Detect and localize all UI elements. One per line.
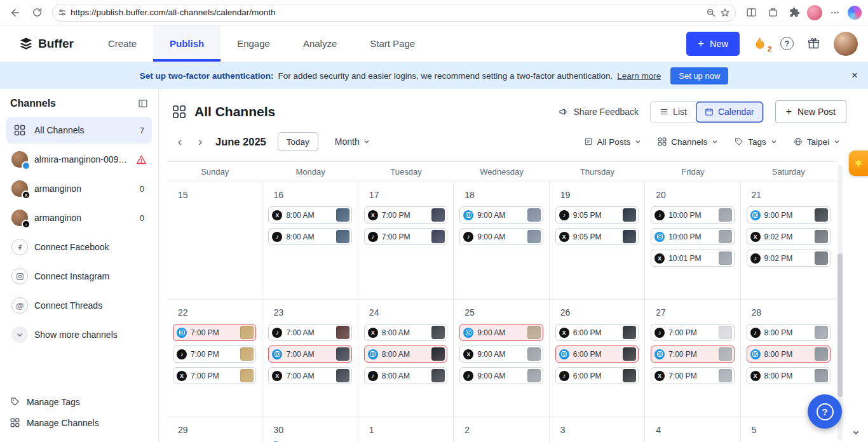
- sidebar-item-armanginon[interactable]: ♪armanginon0: [6, 204, 152, 231]
- sidebar-item-connect-threads[interactable]: @Connect Threads: [6, 292, 152, 319]
- sidebar-item-connect-instagram[interactable]: Connect Instagram: [6, 263, 152, 290]
- calendar-day-cell[interactable]: 3: [550, 417, 645, 442]
- sidebar-item-all-channels[interactable]: All Channels7: [6, 117, 152, 144]
- learn-more-link[interactable]: Learn more: [617, 71, 661, 81]
- post-pill[interactable]: X7:00 PM: [651, 367, 734, 384]
- sidebar-item-show-more-channels[interactable]: Show more channels: [6, 321, 152, 348]
- calendar-day-cell[interactable]: 30: [262, 417, 358, 442]
- sidebar-item-armanginon[interactable]: Xarmanginon0: [6, 175, 152, 202]
- calendar-day-cell[interactable]: 2: [454, 417, 549, 442]
- extensions-icon[interactable]: [785, 4, 803, 22]
- post-pill[interactable]: X10:01 PM: [651, 250, 734, 267]
- post-pill[interactable]: X9:00 AM: [459, 345, 543, 363]
- calendar-day-cell[interactable]: 219:00 PMX9:02 PM♪9:02 PM: [741, 182, 836, 299]
- filter-channels[interactable]: Channels: [658, 137, 718, 147]
- post-pill[interactable]: ♪8:00 AM: [364, 367, 447, 384]
- calendar-day-cell[interactable]: 15: [167, 182, 262, 299]
- address-bar[interactable]: https://publish.buffer.com/all-channels/…: [52, 4, 736, 22]
- post-pill[interactable]: 7:00 PM: [173, 324, 256, 341]
- collapse-sidebar-icon[interactable]: [138, 98, 148, 109]
- user-avatar[interactable]: [834, 32, 858, 56]
- view-mode-dropdown[interactable]: Month: [335, 137, 370, 147]
- manage-tags-button[interactable]: Manage Tags: [10, 391, 148, 412]
- calendar-day-cell[interactable]: 26X6:00 PM6:00 PM♪6:00 PM: [550, 300, 645, 417]
- streak-flame-icon[interactable]: 2: [753, 37, 767, 51]
- post-pill[interactable]: 8:00 AM: [364, 345, 447, 363]
- list-view-button[interactable]: List: [651, 102, 696, 123]
- tab-create[interactable]: Create: [92, 25, 153, 62]
- timezone-dropdown[interactable]: Taipei: [794, 137, 840, 147]
- browser-profile-avatar[interactable]: [807, 5, 822, 20]
- today-button[interactable]: Today: [278, 132, 318, 151]
- post-pill[interactable]: X9:05 PM: [555, 228, 639, 245]
- new-post-button[interactable]: + New Post: [775, 100, 846, 123]
- back-icon[interactable]: [6, 4, 24, 22]
- zoom-icon[interactable]: [706, 8, 716, 18]
- filter-tags[interactable]: Tags: [735, 137, 777, 147]
- post-pill[interactable]: ♪9:02 PM: [747, 250, 831, 267]
- post-pill[interactable]: ♪9:00 AM: [459, 228, 543, 245]
- calendar-day-cell[interactable]: 227:00 PM♪7:00 PMX7:00 PM: [167, 300, 262, 417]
- close-banner-icon[interactable]: ×: [851, 69, 858, 82]
- prev-month-button[interactable]: ‹: [172, 134, 187, 149]
- post-pill[interactable]: X6:00 PM: [555, 324, 639, 341]
- calendar-day-cell[interactable]: 17X7:00 PM♪7:00 PM: [358, 182, 454, 299]
- tab-engage[interactable]: Engage: [220, 25, 287, 62]
- calendar-day-cell[interactable]: 20♪10:00 PM10:00 PMX10:01 PM: [645, 182, 740, 299]
- post-pill[interactable]: 6:00 PM: [555, 345, 639, 363]
- post-pill[interactable]: 7:00 AM: [268, 345, 351, 363]
- more-menu-icon[interactable]: [826, 4, 844, 22]
- tab-start-page[interactable]: Start Page: [353, 25, 431, 62]
- site-info-icon[interactable]: [58, 8, 67, 17]
- tab-publish[interactable]: Publish: [153, 25, 220, 62]
- post-pill[interactable]: X8:00 PM: [747, 367, 831, 384]
- calendar-day-cell[interactable]: 24X8:00 AM8:00 AM♪8:00 AM: [358, 300, 454, 417]
- post-pill[interactable]: ♪9:05 PM: [555, 206, 639, 224]
- post-pill[interactable]: ♪7:00 PM: [651, 324, 734, 341]
- post-pill[interactable]: 8:00 PM: [747, 345, 831, 363]
- scrollbar-thumb[interactable]: [837, 253, 843, 397]
- post-pill[interactable]: ♪8:00 AM: [268, 228, 351, 245]
- calendar-view-button[interactable]: Calendar: [696, 102, 763, 123]
- calendar-day-cell[interactable]: 189:00 AM♪9:00 AM: [454, 182, 549, 299]
- post-pill[interactable]: 9:00 AM: [459, 206, 543, 224]
- collections-icon[interactable]: [764, 4, 782, 22]
- sidebar-item-almira-manginon-009634[interactable]: almira-manginon-009634: [6, 146, 152, 173]
- calendar-scrollbar[interactable]: [837, 165, 843, 441]
- screen-capture-extension-badge[interactable]: [849, 151, 868, 176]
- share-feedback-button[interactable]: Share Feedback: [559, 107, 639, 117]
- manage-channels-button[interactable]: Manage Channels: [10, 412, 148, 433]
- calendar-day-cell[interactable]: 4: [645, 417, 740, 442]
- setup-now-button[interactable]: Set up now: [670, 67, 728, 84]
- calendar-day-cell[interactable]: 23♪7:00 AM7:00 AMX7:00 AM: [262, 300, 358, 417]
- calendar-day-cell[interactable]: 19♪9:05 PMX9:05 PM: [550, 182, 645, 299]
- copilot-icon[interactable]: [848, 6, 862, 20]
- new-button[interactable]: + New: [686, 32, 740, 56]
- post-pill[interactable]: X9:02 PM: [747, 228, 831, 245]
- post-pill[interactable]: ♪10:00 PM: [651, 206, 734, 224]
- post-pill[interactable]: X8:00 AM: [268, 206, 351, 224]
- sidebar-item-connect-facebook[interactable]: Connect Facebook: [6, 234, 152, 260]
- post-pill[interactable]: 9:00 AM: [459, 324, 543, 341]
- post-pill[interactable]: ♪7:00 AM: [268, 324, 351, 341]
- post-pill[interactable]: 7:00 PM: [651, 345, 734, 363]
- scroll-down-button[interactable]: [848, 425, 864, 439]
- post-pill[interactable]: ♪8:00 PM: [747, 324, 831, 341]
- calendar-day-cell[interactable]: 16X8:00 AM♪8:00 AM: [262, 182, 358, 299]
- help-icon[interactable]: ?: [780, 37, 794, 50]
- tab-analyze[interactable]: Analyze: [287, 25, 353, 62]
- filter-all-posts[interactable]: All Posts: [584, 137, 642, 147]
- gift-icon[interactable]: [807, 37, 820, 50]
- calendar-day-cell[interactable]: 27♪7:00 PM7:00 PMX7:00 PM: [645, 300, 740, 417]
- favorite-star-icon[interactable]: [720, 8, 730, 18]
- post-pill[interactable]: X7:00 PM: [173, 367, 256, 384]
- reload-icon[interactable]: [28, 4, 46, 22]
- next-month-button[interactable]: ›: [193, 134, 208, 149]
- post-pill[interactable]: X7:00 AM: [268, 367, 351, 384]
- post-pill[interactable]: ♪7:00 PM: [173, 345, 256, 363]
- post-pill[interactable]: X8:00 AM: [364, 324, 447, 341]
- help-beacon-button[interactable]: ?: [808, 394, 842, 429]
- post-pill[interactable]: ♪6:00 PM: [555, 367, 639, 384]
- buffer-logo[interactable]: Buffer: [0, 25, 92, 62]
- calendar-day-cell[interactable]: 1: [358, 417, 454, 442]
